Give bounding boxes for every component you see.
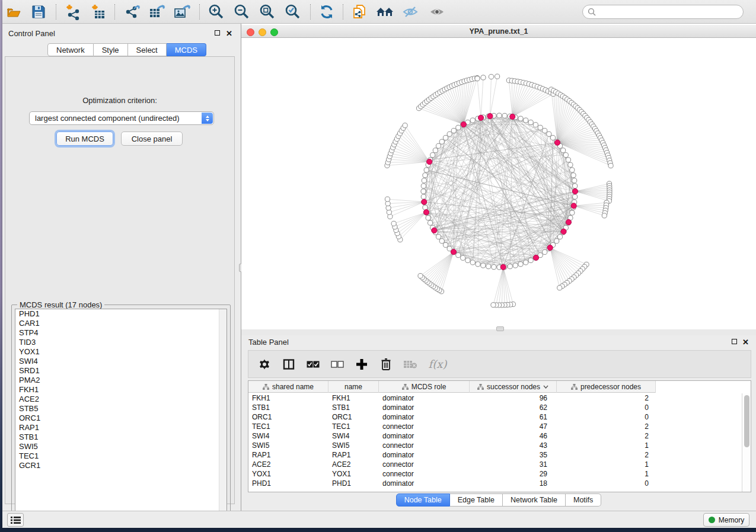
column-header-mcds-role[interactable]: MCDS role xyxy=(379,381,470,393)
zoom-selected-button[interactable] xyxy=(282,2,303,22)
network-graph[interactable] xyxy=(241,39,756,329)
divider-grip[interactable] xyxy=(496,326,504,331)
table-cell: 96 xyxy=(470,394,557,402)
tab-edge-table[interactable]: Edge Table xyxy=(450,493,503,507)
zoom-out-button[interactable] xyxy=(231,2,252,22)
copy-network-button[interactable] xyxy=(349,2,370,22)
run-mcds-button[interactable]: Run MCDS xyxy=(56,132,113,146)
table-cell: 18 xyxy=(470,479,557,488)
mcds-result-item[interactable]: TID3 xyxy=(15,338,227,347)
mcds-result-item[interactable]: ACE2 xyxy=(15,395,227,404)
add-row-icon[interactable] xyxy=(355,357,369,372)
refresh-button[interactable] xyxy=(316,2,337,22)
mcds-result-item[interactable]: ORC1 xyxy=(15,414,227,423)
show-log-button[interactable] xyxy=(7,513,24,527)
horizontal-split-divider[interactable] xyxy=(241,329,756,335)
network-canvas[interactable] xyxy=(241,39,756,329)
column-header-predecessor-nodes[interactable]: predecessor nodes xyxy=(557,381,656,393)
zoom-in-button[interactable] xyxy=(205,2,227,22)
optimization-criterion-label: Optimization criterion: xyxy=(5,96,234,105)
network-titlebar[interactable]: YPA_prune.txt_1 xyxy=(241,25,756,38)
select-all-icon[interactable] xyxy=(306,357,320,372)
mcds-result-title: MCDS result (17 nodes) xyxy=(17,300,104,309)
table-row[interactable]: ORC1ORC1dominator610 xyxy=(248,412,741,422)
mcds-result-item[interactable]: YOX1 xyxy=(15,347,227,357)
tab-select[interactable]: Select xyxy=(128,43,167,56)
mcds-result-item[interactable]: CAR1 xyxy=(15,319,227,328)
tab-mcds[interactable]: MCDS xyxy=(167,43,206,56)
tab-node-table[interactable]: Node Table xyxy=(396,493,450,507)
hide-selected-button[interactable] xyxy=(400,2,421,22)
search-field[interactable] xyxy=(582,5,744,19)
export-image-button[interactable] xyxy=(171,2,192,22)
show-columns-icon[interactable] xyxy=(282,357,296,372)
table-row[interactable]: STB1STB1dominator620 xyxy=(248,403,741,412)
table-cell: SWI4 xyxy=(328,432,379,440)
memory-status-dot xyxy=(709,517,715,523)
import-table-button[interactable] xyxy=(88,2,109,22)
close-panel-icon[interactable]: ✕ xyxy=(226,31,232,36)
mcds-result-item[interactable]: TEC1 xyxy=(15,451,227,461)
table-row[interactable]: SWI5SWI5connector431 xyxy=(248,441,741,450)
show-all-button[interactable] xyxy=(426,2,448,22)
deselect-all-icon[interactable] xyxy=(330,357,344,372)
tab-motifs[interactable]: Motifs xyxy=(566,493,601,507)
float-panel-icon[interactable] xyxy=(732,339,737,344)
table-cell: dominator xyxy=(379,432,470,440)
save-session-button[interactable] xyxy=(28,2,49,22)
first-neighbors-button[interactable] xyxy=(374,2,395,22)
table-cell: RAP1 xyxy=(248,451,328,459)
mcds-result-item[interactable]: STB5 xyxy=(15,404,227,414)
close-panel-icon[interactable]: ✕ xyxy=(742,339,749,345)
mcds-result-item[interactable]: SWI4 xyxy=(15,357,227,366)
table-cell: connector xyxy=(379,422,470,431)
mcds-result-item[interactable]: STP4 xyxy=(15,328,227,338)
column-header-successor-nodes[interactable]: successor nodes xyxy=(470,381,557,393)
mcds-result-item[interactable]: SRD1 xyxy=(15,366,227,376)
table-row[interactable]: RAP1RAP1dominator352 xyxy=(248,450,741,460)
save-icon xyxy=(31,4,46,20)
column-header-name[interactable]: name xyxy=(328,381,379,393)
mcds-result-item[interactable]: STB1 xyxy=(15,432,227,442)
table-cell: 1 xyxy=(557,441,656,450)
delete-row-icon[interactable] xyxy=(379,357,393,372)
table-row[interactable]: ACE2ACE2connector311 xyxy=(248,460,741,469)
settings-gear-icon[interactable] xyxy=(257,357,272,372)
column-header-shared-name[interactable]: shared name xyxy=(248,381,328,393)
search-input[interactable] xyxy=(598,6,735,18)
import-network-icon xyxy=(65,4,81,20)
mcds-result-item[interactable]: GCR1 xyxy=(15,461,227,470)
table-row[interactable]: PHD1PHD1dominator180 xyxy=(248,479,741,488)
import-network-button[interactable] xyxy=(62,2,84,22)
mcds-result-item[interactable]: FKH1 xyxy=(15,385,227,395)
criterion-select[interactable]: largest connected component (undirected) xyxy=(29,111,214,125)
mcds-result-list[interactable]: PHD1CAR1STP4TID3YOX1SWI4SRD1PMA2FKH1ACE2… xyxy=(15,309,227,521)
table-scrollbar[interactable] xyxy=(742,393,751,492)
zoom-fit-button[interactable] xyxy=(256,2,277,22)
close-panel-button[interactable]: Close panel xyxy=(121,132,183,146)
mcds-result-item[interactable]: RAP1 xyxy=(15,423,227,432)
network-title: YPA_prune.txt_1 xyxy=(241,27,756,36)
mcds-result-item[interactable]: SWI5 xyxy=(15,442,227,451)
table-cell: connector xyxy=(379,470,470,478)
export-network-button[interactable] xyxy=(122,2,143,22)
memory-button[interactable]: Memory xyxy=(703,513,749,527)
table-cell: dominator xyxy=(379,403,470,412)
mcds-list-scrollbar[interactable] xyxy=(219,309,227,521)
table-row[interactable]: TEC1TEC1connector472 xyxy=(248,422,741,431)
float-panel-icon[interactable] xyxy=(215,30,220,36)
scrollbar-thumb[interactable] xyxy=(744,395,749,447)
tab-network[interactable]: Network xyxy=(47,43,94,56)
tab-network-table[interactable]: Network Table xyxy=(503,493,566,507)
table-row[interactable]: YOX1YOX1connector291 xyxy=(248,469,741,479)
export-table-button[interactable] xyxy=(146,2,167,22)
tab-style[interactable]: Style xyxy=(94,43,128,56)
table-cell: 1 xyxy=(557,470,656,478)
table-row[interactable]: FKH1FKH1dominator962 xyxy=(248,393,741,403)
table-row[interactable]: SWI4SWI4dominator462 xyxy=(248,431,741,441)
open-file-button[interactable] xyxy=(3,2,24,22)
mcds-result-item[interactable]: PMA2 xyxy=(15,376,227,385)
shared-column-icon xyxy=(571,384,578,390)
table-header-row: shared name name MCDS role successor nod… xyxy=(248,381,751,393)
mcds-result-item[interactable]: PHD1 xyxy=(15,309,227,319)
